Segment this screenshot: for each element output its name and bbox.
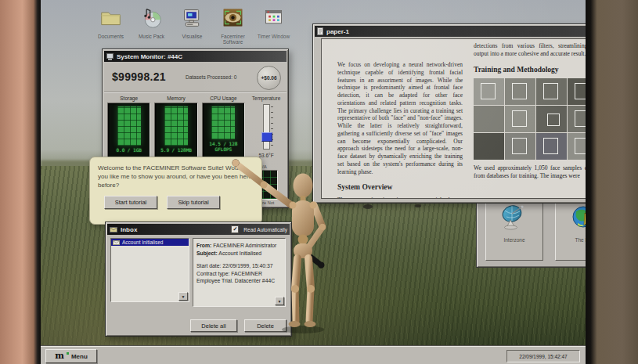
temperature-slider[interactable] (263, 104, 270, 150)
app-window-icon (262, 6, 285, 32)
crt-monitor-photo: Documents Music Pack Visualise Faceminer… (0, 0, 638, 364)
scroll-down-icon[interactable]: ▼ (178, 292, 188, 301)
balance-value: $99998.21 (112, 70, 166, 83)
system-monitor-titlebar[interactable]: System Monitor: #44C (104, 51, 287, 62)
face-thumbnail (536, 78, 567, 105)
mannequin-figure (217, 150, 350, 338)
gauge-label: CPU Usage (202, 96, 245, 101)
skip-tutorial-button[interactable]: Skip tutorial (167, 196, 220, 209)
face-thumbnail (474, 106, 504, 132)
gauge-value: 0.0 / 1GB (108, 147, 150, 153)
globe-cursor-icon (570, 204, 586, 232)
desktop-screen: Documents Music Pack Visualise Faceminer… (41, 0, 586, 364)
monitor-icon (106, 53, 114, 60)
face-thumbnail (505, 106, 535, 132)
paper-column-right: detections from various filters, streaml… (474, 42, 586, 179)
envelope-icon (110, 227, 117, 232)
folder-icon (99, 6, 122, 32)
memory-gauge: Memory 5.9 / 128MB (154, 96, 197, 162)
monitor-bezel-right (586, 0, 638, 364)
slider-thumb[interactable] (261, 132, 272, 142)
music-cd-icon (140, 6, 163, 32)
face-thumbnail (568, 133, 586, 160)
envelope-icon (113, 240, 120, 245)
system-monitor-title: System Monitor: #44C (117, 53, 182, 60)
gauge-value: 5.9 / 128MB (155, 147, 196, 153)
gauge-bar (211, 106, 235, 139)
paper-heading: System Overview (337, 182, 463, 192)
face-thumbnail (474, 78, 504, 105)
desktop-icon-visualise[interactable]: Visualise (174, 6, 211, 45)
desktop-icon-label: Faceminer Software (214, 34, 251, 45)
monitor-bezel-left (0, 0, 41, 364)
storage-gauge: Storage 0.0 / 1GB (107, 96, 150, 162)
subject-label: Subject: (196, 250, 218, 256)
paper-paragraph: We focus on developing a neural network-… (337, 61, 463, 175)
shortcut-interzone[interactable]: Interzone (485, 196, 543, 261)
gauge-bar (117, 106, 141, 146)
start-tutorial-button[interactable]: Start tutorial (104, 196, 157, 209)
face-thumbnail (568, 106, 586, 132)
menu-logo-dot (67, 352, 69, 355)
menu-button-label: Menu (71, 353, 88, 360)
shortcut-label: The Net (575, 237, 586, 243)
face-thumbnail (536, 106, 567, 132)
desktop-icon-label: Visualise (182, 34, 203, 39)
inbox-list-item-selected[interactable]: Account Initialised (111, 239, 189, 246)
computer-icon (181, 6, 204, 32)
eye-icon (222, 6, 244, 32)
gauge-display: 5.9 / 128MB (154, 103, 197, 162)
desktop-icon-documents[interactable]: Documents (92, 6, 129, 45)
face-detection-grid (474, 78, 586, 160)
income-rate-value: +$0.06 (261, 75, 276, 81)
paper-title: paper-1 (326, 28, 349, 35)
gauge-label: Memory (154, 96, 197, 101)
paper-titlebar[interactable]: paper-1 × (315, 26, 586, 37)
inbox-item-subject: Account Initialised (122, 240, 163, 245)
desktop-icon-label: Timer Window (258, 34, 290, 39)
desktop-icons: Documents Music Pack Visualise Faceminer… (92, 6, 292, 45)
from-label: From: (196, 243, 211, 248)
face-thumbnail (536, 133, 567, 160)
system-monitor-stats: $99998.21 Datasets Processed: 0 +$0.06 (104, 63, 287, 92)
paper-column-left: We focus on developing a neural network-… (337, 61, 463, 199)
paper-paragraph: The system functions in two sequential p… (337, 196, 463, 199)
gauge-label: Storage (107, 96, 150, 101)
paper-window: paper-1 × We focus on developing a neura… (312, 23, 586, 204)
datasets-processed-label: Datasets Processed: 0 (186, 74, 236, 80)
paper-paragraph: We used approximately 1,050 face samples… (474, 164, 586, 180)
satellite-globe-icon (500, 204, 528, 232)
distant-cow (415, 204, 421, 207)
inbox-message-list[interactable]: Account Initialised ▼ (110, 238, 189, 302)
taskbar-clock: 22/09/1999, 15:42:47 (506, 350, 580, 362)
paper-heading: Training and Methodology (474, 65, 586, 74)
paper-page: We focus on developing a neural network-… (321, 38, 586, 199)
desktop-icon-music-pack[interactable]: Music Pack (133, 6, 170, 45)
desktop-icon-label: Documents (98, 34, 124, 39)
desktop-icon-faceminer[interactable]: Faceminer Software (214, 6, 251, 45)
paper-paragraph: detections from various filters, streaml… (474, 42, 586, 58)
desktop-icon-timer-window[interactable]: Timer Window (255, 6, 292, 45)
face-thumbnail (505, 78, 535, 105)
face-thumbnail (568, 78, 586, 105)
menu-button[interactable]: m Menu (45, 349, 97, 363)
taskbar: m Menu 22/09/1999, 15:42:47 (41, 346, 586, 364)
menu-logo-icon: m (55, 352, 64, 360)
document-icon (317, 27, 323, 35)
shortcut-the-net[interactable]: The Net (555, 196, 586, 261)
gauge-bar (164, 106, 188, 146)
gauge-display: 0.0 / 1GB (107, 103, 150, 162)
face-thumbnail (474, 133, 504, 160)
shortcut-label: Interzone (503, 237, 524, 243)
income-rate-badge: +$0.06 (257, 66, 281, 90)
desktop-icon-label: Music Pack (139, 34, 164, 39)
gauge-label: Temperature (249, 96, 283, 101)
inbox-title: Inbox (121, 226, 137, 233)
face-thumbnail (505, 133, 535, 160)
distant-cow (363, 204, 373, 209)
